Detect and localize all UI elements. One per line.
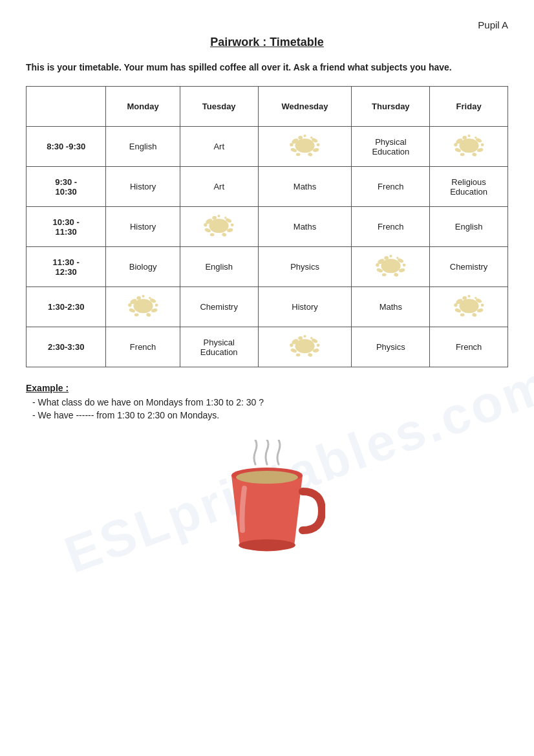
svg-point-71 <box>475 297 476 299</box>
example-question: What class do we have on Mondays from 1:… <box>32 397 508 407</box>
cell-1-friday: Religious Education <box>430 167 508 207</box>
coffee-splash <box>451 292 487 321</box>
coffee-splash <box>201 211 237 241</box>
svg-point-35 <box>224 217 226 219</box>
example-title: Example : <box>26 383 508 393</box>
svg-point-66 <box>471 312 476 317</box>
col-header-time <box>27 87 106 127</box>
cell-0-thursday: Physical Education <box>352 127 430 167</box>
cell-5-wednesday <box>258 327 352 367</box>
cell-3-thursday <box>352 247 430 287</box>
cell-3-time: 11:30 - 12:30 <box>27 247 106 287</box>
cell-5-friday: French <box>430 327 508 367</box>
svg-point-32 <box>204 223 208 227</box>
cell-1-wednesday: Maths <box>258 167 352 207</box>
svg-point-45 <box>403 263 406 266</box>
svg-point-31 <box>210 233 215 236</box>
cell-1-monday: History <box>106 167 180 207</box>
coffee-cup <box>26 440 508 569</box>
svg-point-83 <box>310 337 312 339</box>
cell-5-time: 2:30-3:30 <box>27 327 106 367</box>
svg-point-82 <box>303 334 306 337</box>
svg-point-86 <box>239 539 295 551</box>
svg-point-59 <box>149 297 151 299</box>
cell-3-friday: Chemistry <box>430 247 508 287</box>
coffee-splash <box>373 252 409 281</box>
col-header-tuesday: Tuesday <box>180 87 258 127</box>
cell-2-friday: English <box>430 207 508 247</box>
svg-point-54 <box>145 312 151 317</box>
cell-0-time: 8:30 -9:30 <box>27 127 106 167</box>
svg-point-22 <box>467 134 470 136</box>
cell-1-tuesday: Art <box>180 167 258 207</box>
svg-point-44 <box>376 263 379 267</box>
table-row: 8:30 -9:30EnglishArt Physical Education <box>27 127 508 167</box>
coffee-splash <box>287 332 323 361</box>
svg-point-18 <box>471 152 476 157</box>
cell-3-tuesday: English <box>180 247 258 287</box>
svg-point-20 <box>454 143 458 147</box>
svg-point-80 <box>290 343 294 347</box>
example-answer: We have ------ from 1:30 to 2:30 on Mond… <box>32 410 508 420</box>
svg-point-11 <box>310 136 312 138</box>
cell-0-tuesday: Art <box>180 127 258 167</box>
cell-2-tuesday <box>180 207 258 247</box>
cell-2-time: 10:30 - 11:30 <box>27 207 106 247</box>
cell-4-wednesday: History <box>258 287 352 327</box>
svg-point-57 <box>155 303 158 307</box>
svg-point-34 <box>218 214 220 217</box>
svg-point-47 <box>396 257 398 259</box>
cell-5-monday: French <box>106 327 180 367</box>
svg-point-33 <box>231 223 234 226</box>
svg-point-30 <box>222 232 227 237</box>
table-row: 9:30 - 10:30HistoryArtMathsFrenchReligio… <box>27 167 508 207</box>
col-header-friday: Friday <box>430 87 508 127</box>
svg-point-8 <box>290 143 294 147</box>
svg-point-9 <box>317 143 320 146</box>
col-header-thursday: Thursday <box>352 87 430 127</box>
svg-point-70 <box>467 294 470 297</box>
cell-3-monday: Biology <box>106 247 180 287</box>
table-row: 11:30 - 12:30BiologyEnglishPhysics Chemi… <box>27 247 508 287</box>
example-section: Example : What class do we have on Monda… <box>26 383 508 420</box>
intro-text: This is your timetable. Your mum has spi… <box>26 61 508 74</box>
svg-point-19 <box>460 153 464 156</box>
page-title: Pairwork : Timetable <box>26 36 508 49</box>
cell-0-wednesday <box>258 127 352 167</box>
cell-1-time: 9:30 - 10:30 <box>27 167 106 207</box>
svg-point-6 <box>308 152 313 157</box>
cell-1-thursday: French <box>352 167 430 207</box>
cell-2-monday: History <box>106 207 180 247</box>
cell-2-thursday: French <box>352 207 430 247</box>
svg-point-21 <box>480 143 484 146</box>
svg-point-42 <box>394 272 399 277</box>
cell-4-friday <box>430 287 508 327</box>
svg-point-58 <box>142 294 144 297</box>
svg-point-7 <box>296 153 301 156</box>
svg-point-78 <box>308 352 313 357</box>
svg-point-46 <box>389 254 392 257</box>
table-row: 1:30-2:30 ChemistryHistoryMaths <box>27 287 508 327</box>
cell-4-thursday: Maths <box>352 287 430 327</box>
svg-point-81 <box>317 343 320 347</box>
cell-5-thursday: Physics <box>352 327 430 367</box>
timetable: Monday Tuesday Wednesday Thursday Friday… <box>26 86 508 367</box>
table-row: 10:30 - 11:30History MathsFrenchEnglish <box>27 207 508 247</box>
svg-point-69 <box>480 303 484 307</box>
table-row: 2:30-3:30FrenchPhysical Education Physic… <box>27 327 508 367</box>
cell-2-wednesday: Maths <box>258 207 352 247</box>
col-header-monday: Monday <box>106 87 180 127</box>
cell-0-monday: English <box>106 127 180 167</box>
svg-point-43 <box>381 273 386 276</box>
svg-point-67 <box>460 313 464 316</box>
svg-point-68 <box>454 303 458 307</box>
svg-point-23 <box>475 136 476 138</box>
coffee-splash <box>125 292 161 321</box>
coffee-splash <box>451 131 487 160</box>
svg-point-10 <box>303 134 306 136</box>
cell-5-tuesday: Physical Education <box>180 327 258 367</box>
svg-point-85 <box>236 471 298 484</box>
pupil-label: Pupil A <box>26 19 508 30</box>
cell-0-friday <box>430 127 508 167</box>
cell-3-wednesday: Physics <box>258 247 352 287</box>
